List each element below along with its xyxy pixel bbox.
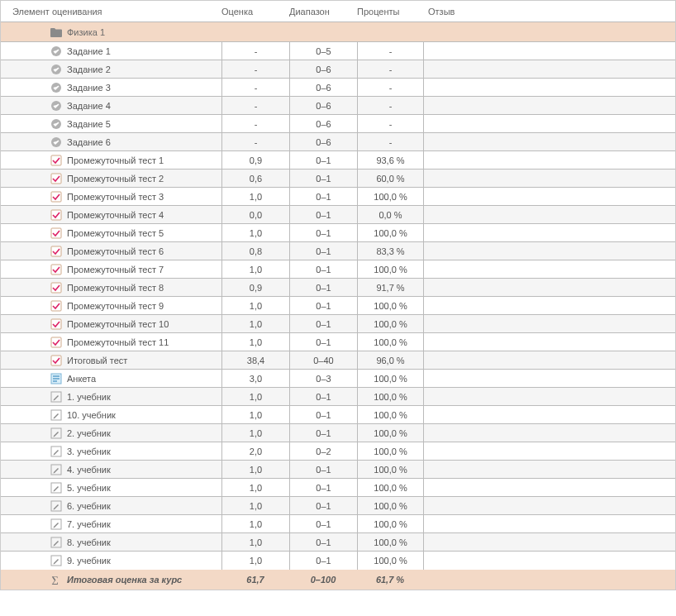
check-icon	[50, 173, 62, 184]
percent-cell: -	[357, 79, 423, 96]
grade-item-link[interactable]: Итоговый тест	[67, 356, 127, 365]
check-icon	[50, 246, 62, 257]
svg-rect-6	[51, 155, 61, 165]
check-icon	[50, 209, 62, 221]
total-name: Итоговая оценка за курс	[67, 575, 182, 585]
grade-row: Промежуточный тест 20,60–160,0 %	[1, 170, 675, 188]
grade-cell: 1,0	[221, 515, 289, 532]
feedback-cell	[423, 351, 675, 369]
category-row: Физика 1	[1, 22, 675, 42]
header-percent: Проценты	[357, 1, 423, 21]
feedback-cell	[423, 42, 675, 60]
range-cell: 0–1	[289, 242, 357, 260]
grade-item-link[interactable]: 2. учебник	[67, 428, 111, 438]
range-cell: 0–6	[289, 60, 357, 78]
grade-item-link[interactable]: 7. учебник	[67, 519, 111, 529]
grade-item-link[interactable]: 10. учебник	[67, 410, 116, 420]
header-grade: Оценка	[221, 1, 289, 21]
grade-row: Задание 3-0–6-	[1, 79, 675, 97]
grade-row: Промежуточный тест 51,00–1100,0 %	[1, 224, 675, 242]
feedback-cell	[423, 370, 675, 387]
grade-item-link[interactable]: Задание 6	[67, 137, 111, 147]
percent-cell: 96,0 %	[357, 351, 423, 369]
grade-item-link[interactable]: Задание 3	[67, 83, 111, 93]
grade-item-link[interactable]: Промежуточный тест 4	[67, 210, 164, 220]
grade-item-link[interactable]: Промежуточный тест 11	[67, 337, 169, 347]
grade-cell: 1,0	[221, 497, 289, 514]
grade-row: Промежуточный тест 10,90–193,6 %	[1, 151, 675, 170]
grade-cell: 1,0	[221, 479, 289, 496]
feedback-cell	[423, 115, 675, 132]
svg-rect-16	[51, 337, 61, 347]
grade-row: Задание 6-0–6-	[1, 133, 675, 151]
percent-cell: -	[357, 133, 423, 150]
range-cell: 0–1	[289, 151, 357, 169]
circle-icon	[50, 64, 62, 75]
percent-cell: 100,0 %	[357, 224, 423, 241]
grade-item-link[interactable]: 4. учебник	[67, 465, 111, 475]
grade-item-link[interactable]: Задание 1	[67, 46, 111, 56]
range-cell: 0–6	[289, 97, 357, 114]
feedback-cell	[423, 224, 675, 241]
feedback-cell	[423, 188, 675, 205]
grade-item-link[interactable]: Промежуточный тест 7	[67, 265, 164, 275]
range-cell: 0–1	[289, 279, 357, 296]
grade-item-link[interactable]: Задание 4	[67, 101, 111, 111]
grade-row: 7. учебник1,00–1100,0 %	[1, 515, 675, 533]
grade-item-link[interactable]: Промежуточный тест 1	[67, 155, 164, 165]
feedback-cell	[423, 260, 675, 278]
svg-rect-7	[51, 174, 61, 184]
circle-icon	[50, 45, 62, 57]
percent-cell: 100,0 %	[357, 533, 423, 551]
edit-icon	[50, 537, 62, 548]
total-range: 0–100	[289, 570, 357, 590]
grade-item-link[interactable]: Анкета	[67, 374, 96, 384]
check-icon	[50, 355, 62, 366]
range-cell: 0–1	[289, 388, 357, 405]
range-cell: 0–1	[289, 170, 357, 187]
feedback-cell	[423, 442, 675, 460]
grade-item-link[interactable]: 6. учебник	[67, 501, 111, 511]
grade-item-link[interactable]: 3. учебник	[67, 446, 111, 456]
range-cell: 0–1	[289, 552, 357, 570]
grade-item-link[interactable]: Промежуточный тест 2	[67, 174, 164, 184]
grade-row: Задание 2-0–6-	[1, 60, 675, 79]
percent-cell: 100,0 %	[357, 370, 423, 387]
grade-row: Промежуточный тест 60,80–183,3 %	[1, 242, 675, 260]
feedback-cell	[423, 279, 675, 296]
percent-cell: 100,0 %	[357, 260, 423, 278]
percent-cell: 100,0 %	[357, 297, 423, 314]
check-icon	[50, 282, 62, 294]
grade-cell: 1,0	[221, 224, 289, 241]
range-cell: 0–1	[289, 260, 357, 278]
grade-cell: 38,4	[221, 351, 289, 369]
grade-item-link[interactable]: 8. учебник	[67, 537, 111, 547]
percent-cell: 100,0 %	[357, 552, 423, 570]
range-cell: 0–1	[289, 515, 357, 532]
grade-item-link[interactable]: 1. учебник	[67, 392, 111, 402]
svg-rect-17	[51, 356, 61, 365]
range-cell: 0–1	[289, 206, 357, 223]
grade-item-link[interactable]: Промежуточный тест 6	[67, 246, 164, 256]
sigma-icon: ∑	[50, 574, 62, 585]
feedback-cell	[423, 333, 675, 351]
svg-rect-10	[51, 228, 61, 238]
grade-item-link[interactable]: Задание 2	[67, 64, 111, 74]
grade-item-link[interactable]: Задание 5	[67, 119, 111, 129]
range-cell: 0–6	[289, 133, 357, 150]
grade-item-link[interactable]: Промежуточный тест 9	[67, 301, 164, 311]
grade-item-link[interactable]: 9. учебник	[67, 556, 111, 566]
range-cell: 0–1	[289, 461, 357, 478]
grade-item-link[interactable]: Промежуточный тест 10	[67, 319, 169, 329]
grade-item-link[interactable]: Промежуточный тест 3	[67, 192, 164, 202]
grade-row: Промежуточный тест 80,90–191,7 %	[1, 279, 675, 297]
grade-item-link[interactable]: Промежуточный тест 8	[67, 283, 164, 293]
grade-cell: 1,0	[221, 388, 289, 405]
grade-row: 3. учебник2,00–2100,0 %	[1, 442, 675, 461]
svg-rect-19	[53, 375, 60, 377]
edit-icon	[50, 518, 62, 530]
circle-icon	[50, 100, 62, 112]
edit-icon	[50, 464, 62, 475]
grade-item-link[interactable]: Промежуточный тест 5	[67, 228, 164, 238]
grade-item-link[interactable]: 5. учебник	[67, 483, 111, 493]
